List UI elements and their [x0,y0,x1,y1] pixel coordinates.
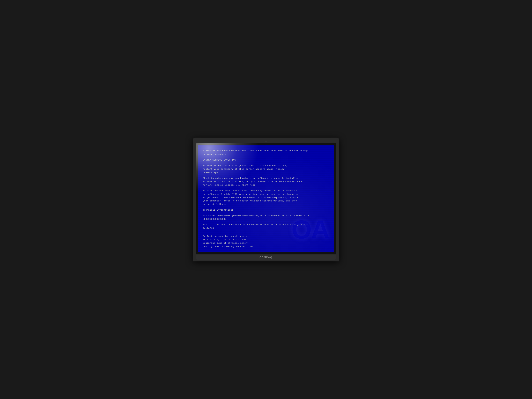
bsod-stop-line-2: x0000000000000000) [203,218,329,221]
bsod-spacer-3 [203,174,329,177]
bsod-spacer-5 [203,206,329,209]
bsod-line-12: your computer, press F8 to select Advanc… [203,199,329,203]
bsod-ks-date: 4ce7a3f3 [203,227,329,230]
bsod-stop-line: *** STOP: 0x0000003B (0x00000000C0000005… [203,214,329,218]
bsod-ks-sys-line: *** ks.sys - Address FFFFF880069B115A ba… [203,223,329,227]
bsod-line-7: If this is a new installation, ask your … [203,180,329,184]
bsod-spacer-8 [203,230,329,232]
screen-bezel: OA A problem has been detected and windo… [196,143,336,254]
bsod-line-6: Check to make sure any new hardware or s… [203,177,329,180]
bsod-line-4: restart your computer. If this screen ap… [203,168,329,171]
bsod-spacer-1 [203,156,329,158]
bsod-spacer-7 [203,221,329,223]
bsod-line-5: these steps: [203,171,329,174]
bsod-beginning-dump: Beginning dump of physical memory. [203,241,329,245]
bsod-line-11: If you need to use Safe Mode to remove o… [203,196,329,200]
bsod-line-2: to your computer. [203,153,329,156]
laptop-frame: OA A problem has been detected and windo… [193,138,339,261]
bsod-error-code: SYSTEM_SERVICE_EXCEPTION [203,158,329,162]
brand-label: COMPAQ [260,256,272,259]
bsod-spacer-2 [203,162,329,164]
bsod-spacer-9 [203,232,329,235]
bsod-line-9: If problems continue, disable or remove … [203,189,329,193]
bsod-line-13: select Safe Mode. [203,203,329,206]
bsod-line-14: Technical information: [203,209,329,212]
bsod-spacer-4 [203,187,329,189]
bsod-line-1: A problem has been detected and windows … [203,149,329,153]
bsod-collecting: Collecting data for crash dump ... [203,235,329,238]
laptop-bottom: COMPAQ [196,255,336,260]
bsod-line-8: for any windows updates you might need. [203,184,329,187]
bsod-screen: OA A problem has been detected and windo… [198,145,334,252]
bsod-dumping: Dumping physical memory to disk: 10 [203,245,329,248]
bsod-line-10: or software. Disable BIOS memory options… [203,193,329,196]
bsod-spacer-6 [203,212,329,214]
camera [265,140,267,142]
bsod-line-3: If this is the first time you've seen th… [203,164,329,168]
bsod-initializing: Initializing disk for crash dump ... [203,238,329,241]
